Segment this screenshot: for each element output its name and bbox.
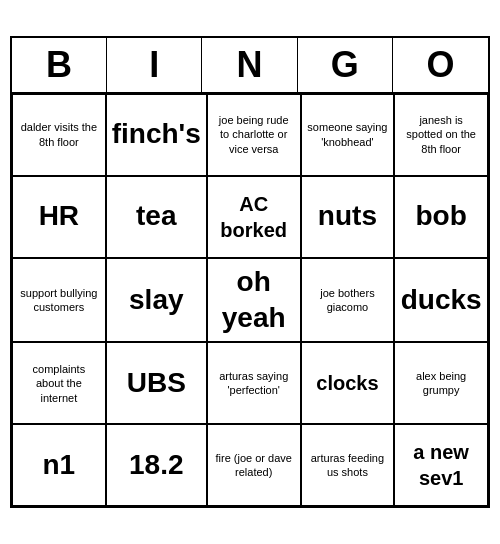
bingo-cell: janesh is spotted on the 8th floor (394, 94, 488, 176)
bingo-cell: 18.2 (106, 424, 207, 506)
bingo-cell: tea (106, 176, 207, 258)
bingo-cell: UBS (106, 342, 207, 424)
bingo-letter: O (393, 38, 488, 92)
bingo-cell: n1 (12, 424, 106, 506)
bingo-cell: slay (106, 258, 207, 343)
bingo-cell: dalder visits the 8th floor (12, 94, 106, 176)
bingo-cell: finch's (106, 94, 207, 176)
bingo-cell: fire (joe or dave related) (207, 424, 301, 506)
bingo-cell: arturas feeding us shots (301, 424, 395, 506)
bingo-letter: G (298, 38, 393, 92)
bingo-cell: arturas saying 'perfection' (207, 342, 301, 424)
bingo-cell: clocks (301, 342, 395, 424)
bingo-letter: N (202, 38, 297, 92)
bingo-cell: joe being rude to charlotte or vice vers… (207, 94, 301, 176)
bingo-cell: someone saying 'knobhead' (301, 94, 395, 176)
bingo-cell: oh yeah (207, 258, 301, 343)
bingo-cell: a new sev1 (394, 424, 488, 506)
bingo-grid: dalder visits the 8th floorfinch'sjoe be… (12, 94, 488, 507)
bingo-cell: AC borked (207, 176, 301, 258)
bingo-cell: support bullying customers (12, 258, 106, 343)
bingo-cell: ducks (394, 258, 488, 343)
bingo-cell: alex being grumpy (394, 342, 488, 424)
bingo-cell: joe bothers giacomo (301, 258, 395, 343)
bingo-cell: nuts (301, 176, 395, 258)
bingo-header: BINGO (12, 38, 488, 94)
bingo-cell: bob (394, 176, 488, 258)
bingo-letter: B (12, 38, 107, 92)
bingo-cell: complaints about the internet (12, 342, 106, 424)
bingo-cell: HR (12, 176, 106, 258)
bingo-letter: I (107, 38, 202, 92)
bingo-card: BINGO dalder visits the 8th floorfinch's… (10, 36, 490, 509)
